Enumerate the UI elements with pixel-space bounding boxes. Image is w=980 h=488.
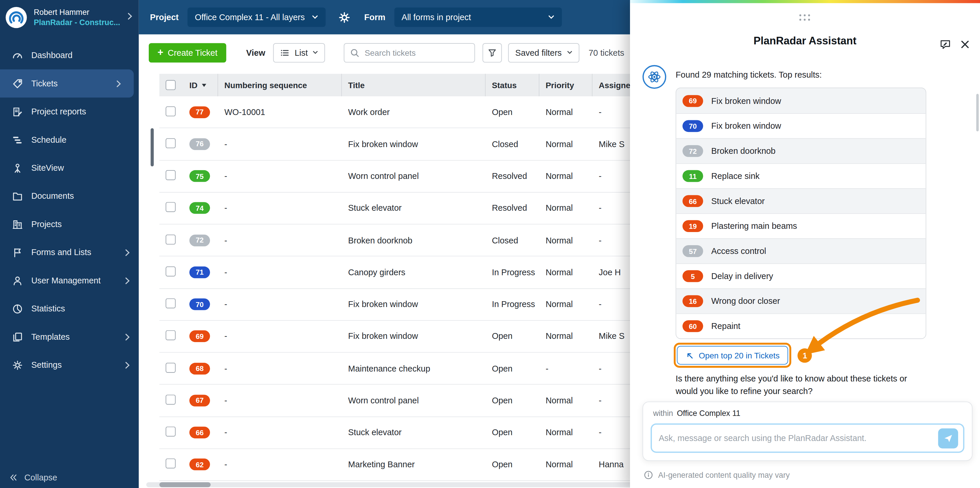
sidebar-item-label: Documents	[31, 191, 74, 201]
cell-status: Closed	[485, 140, 539, 149]
cell-title: Fix broken window	[342, 300, 485, 309]
result-title: Delay in delivery	[711, 271, 773, 281]
planradar-logo-icon	[5, 6, 27, 29]
assistant-result-row[interactable]: 60 Repaint	[676, 313, 926, 338]
search-tickets-input[interactable]	[364, 48, 474, 57]
workspace-switcher[interactable]: Robert Hammer PlanRadar - Construc...	[0, 0, 139, 35]
send-button[interactable]	[938, 428, 958, 448]
user-name: Robert Hammer	[34, 8, 120, 17]
cell-priority: -	[539, 364, 592, 373]
assistant-result-row[interactable]: 69 Fix broken window	[676, 88, 926, 113]
assistant-result-row[interactable]: 70 Fix broken window	[676, 113, 926, 138]
row-checkbox[interactable]	[165, 330, 176, 340]
sidebar-item-forms-and-lists[interactable]: Forms and Lists	[0, 238, 139, 266]
chevron-down-icon	[567, 51, 572, 54]
sidebar-item-tickets[interactable]: Tickets	[0, 69, 134, 97]
column-header-label: Numbering sequence	[224, 80, 307, 89]
sidebar-item-label: SiteView	[31, 163, 64, 172]
assistant-result-row[interactable]: 11 Replace sink	[676, 163, 926, 188]
row-checkbox[interactable]	[165, 202, 176, 212]
cell-title: Stuck elevator	[342, 428, 485, 437]
row-checkbox[interactable]	[165, 362, 176, 372]
sidebar-item-projects[interactable]: Projects	[0, 210, 139, 238]
cell-status: Open	[485, 364, 539, 373]
assistant-result-row[interactable]: 19 Plastering main beams	[676, 213, 926, 238]
row-checkbox[interactable]	[165, 106, 176, 116]
sidebar-item-label: Schedule	[31, 135, 67, 145]
drag-handle[interactable]	[799, 14, 811, 21]
sidebar-item-dashboard[interactable]: Dashboard	[0, 41, 139, 69]
sidebar-item-user-management[interactable]: User Management	[0, 266, 139, 295]
scope-label: within	[653, 409, 673, 418]
sidebar-item-project-reports[interactable]: Project reports	[0, 97, 139, 126]
ticket-id-badge: 69	[682, 95, 703, 107]
saved-filters-dropdown[interactable]: Saved filters	[508, 43, 579, 62]
sidebar-item-settings[interactable]: Settings	[0, 351, 139, 379]
project-reports-icon	[12, 106, 23, 117]
column-header-title[interactable]: Title	[342, 74, 485, 96]
ticket-id-badge: 16	[682, 295, 703, 307]
cell-status: Open	[485, 396, 539, 405]
vertical-scrollbar-thumb[interactable]	[151, 128, 154, 166]
form-selector[interactable]: All forms in project	[394, 8, 562, 27]
cell-status: Open	[485, 107, 539, 117]
assistant-result-row[interactable]: 72 Broken doorknob	[676, 138, 926, 163]
column-header-status[interactable]: Status	[485, 74, 539, 96]
forms-icon	[12, 247, 23, 258]
sidebar-item-templates[interactable]: Templates	[0, 323, 139, 351]
sidebar-item-label: User Management	[31, 276, 100, 285]
scope-value[interactable]: Office Complex 11	[677, 409, 741, 418]
select-all-checkbox[interactable]	[165, 80, 176, 90]
project-selector-value: Office Complex 11 - All layers	[195, 13, 305, 22]
row-checkbox[interactable]	[165, 395, 176, 405]
result-title: Fix broken window	[711, 121, 781, 131]
row-checkbox[interactable]	[165, 459, 176, 469]
project-selector[interactable]: Office Complex 11 - All layers	[187, 8, 326, 27]
assistant-scrollbar-thumb[interactable]	[976, 94, 979, 131]
assistant-result-row[interactable]: 16 Wrong door closer	[676, 289, 926, 313]
assistant-result-row[interactable]: 57 Access control	[676, 238, 926, 263]
open-top-20-label: Open top 20 in Tickets	[699, 351, 780, 360]
filter-button[interactable]	[483, 43, 502, 62]
sidebar-item-schedule[interactable]: Schedule	[0, 126, 139, 154]
row-checkbox[interactable]	[165, 298, 176, 308]
assistant-result-row[interactable]: 5 Delay in delivery	[676, 263, 926, 289]
column-header-priority[interactable]: Priority	[539, 74, 592, 96]
assistant-result-row[interactable]: 66 Stuck elevator	[676, 188, 926, 213]
cell-numbering: -	[218, 236, 342, 245]
sidebar-item-siteview[interactable]: SiteView	[0, 154, 139, 182]
ticket-id-badge: 69	[189, 330, 210, 342]
cell-title: Canopy girders	[342, 268, 485, 277]
feedback-icon[interactable]	[939, 39, 951, 51]
cell-priority: Normal	[539, 300, 592, 309]
column-header-numbering[interactable]: Numbering sequence	[218, 74, 342, 96]
result-title: Plastering main beams	[711, 222, 797, 231]
assistant-input[interactable]	[659, 434, 938, 443]
assistant-input-card: within Office Complex 11	[643, 402, 972, 461]
row-checkbox[interactable]	[165, 266, 176, 276]
cell-priority: Normal	[539, 107, 592, 117]
row-checkbox[interactable]	[165, 170, 176, 180]
cell-numbering: WO-10001	[218, 107, 342, 117]
chevron-down-icon	[548, 15, 554, 19]
cell-title: Worn control panel	[342, 396, 485, 405]
assistant-disclaimer: AI-generated content quality may vary	[658, 471, 789, 480]
row-checkbox[interactable]	[165, 234, 176, 244]
close-icon[interactable]	[959, 39, 970, 50]
cell-numbering: -	[218, 364, 342, 373]
project-settings-gear-icon[interactable]	[338, 11, 351, 24]
sidebar-item-statistics[interactable]: Statistics	[0, 295, 139, 322]
create-ticket-button[interactable]: + Create Ticket	[149, 43, 226, 62]
sidebar-item-documents[interactable]: Documents	[0, 182, 139, 210]
view-mode-dropdown[interactable]: List	[273, 43, 325, 62]
row-checkbox[interactable]	[165, 427, 176, 437]
row-checkbox[interactable]	[165, 138, 176, 148]
cell-numbering: -	[218, 428, 342, 437]
search-tickets-box	[344, 43, 475, 62]
horizontal-scrollbar-thumb[interactable]	[159, 482, 211, 487]
cell-numbering: -	[218, 171, 342, 181]
column-header-id[interactable]: ID	[183, 74, 218, 96]
open-top-20-button[interactable]: Open top 20 in Tickets	[677, 346, 788, 365]
collapse-sidebar-button[interactable]: Collapse	[9, 473, 57, 482]
cell-numbering: -	[218, 203, 342, 213]
